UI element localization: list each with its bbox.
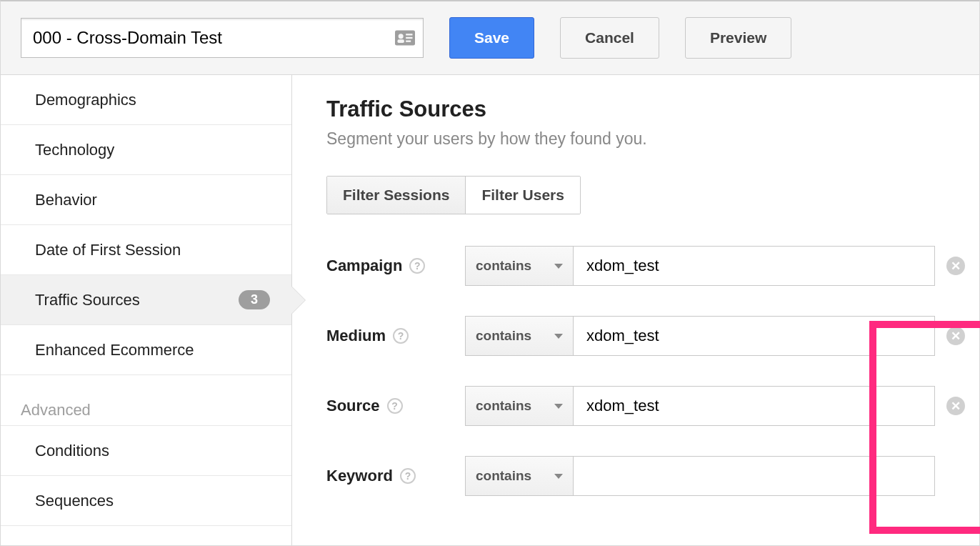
filter-value-keyword[interactable] <box>574 456 935 496</box>
svg-rect-4 <box>406 37 412 39</box>
svg-point-1 <box>399 34 404 39</box>
operator-select-source[interactable]: contains <box>465 386 574 426</box>
filter-value-campaign[interactable] <box>574 246 935 286</box>
filter-label: Campaign ? <box>326 257 465 275</box>
filter-row-keyword: Keyword ? contains <box>326 456 965 496</box>
help-icon[interactable]: ? <box>387 398 403 414</box>
panel-subtitle: Segment your users by how they found you… <box>326 129 965 149</box>
sidebar-item-behavior[interactable]: Behavior <box>1 175 291 225</box>
cancel-button[interactable]: Cancel <box>560 17 659 59</box>
sidebar-item-label: Sequences <box>35 492 114 510</box>
svg-rect-3 <box>406 34 412 35</box>
id-card-icon <box>395 30 415 46</box>
filter-label: Keyword ? <box>326 467 465 485</box>
sidebar-item-label: Traffic Sources <box>35 291 140 309</box>
save-button[interactable]: Save <box>449 17 534 59</box>
help-icon[interactable]: ? <box>409 258 425 274</box>
sidebar-item-label: Technology <box>35 141 114 159</box>
preview-button[interactable]: Preview <box>685 17 791 59</box>
help-icon[interactable]: ? <box>400 468 416 484</box>
filter-label: Medium ? <box>326 327 465 345</box>
filter-row-medium: Medium ? contains ✕ <box>326 316 965 356</box>
sidebar-item-label: Date of First Session <box>35 241 181 259</box>
filter-value-source[interactable] <box>574 386 935 426</box>
segment-builder: Save Cancel Preview Demographics Technol… <box>0 0 980 546</box>
main-panel: Traffic Sources Segment your users by ho… <box>292 75 980 545</box>
sidebar: Demographics Technology Behavior Date of… <box>1 75 292 545</box>
chevron-down-icon <box>554 404 563 409</box>
help-icon[interactable]: ? <box>393 328 409 344</box>
sidebar-item-label: Conditions <box>35 442 109 460</box>
segment-name-wrap <box>21 18 424 58</box>
sidebar-item-conditions[interactable]: Conditions <box>1 426 291 476</box>
filter-label: Source ? <box>326 397 465 415</box>
chevron-down-icon <box>554 264 563 269</box>
sidebar-item-sequences[interactable]: Sequences <box>1 476 291 526</box>
sidebar-item-label: Behavior <box>35 191 97 209</box>
clear-icon[interactable]: ✕ <box>946 397 965 415</box>
tab-filter-users[interactable]: Filter Users <box>466 177 580 214</box>
clear-icon[interactable]: ✕ <box>946 327 965 345</box>
operator-select-keyword[interactable]: contains <box>465 456 574 496</box>
sidebar-item-label: Demographics <box>35 91 136 109</box>
segment-name-input[interactable] <box>21 18 424 58</box>
filter-scope-tabs: Filter Sessions Filter Users <box>326 176 581 214</box>
operator-select-campaign[interactable]: contains <box>465 246 574 286</box>
chevron-down-icon <box>554 334 563 339</box>
body: Demographics Technology Behavior Date of… <box>1 75 979 545</box>
sidebar-item-badge: 3 <box>239 290 270 309</box>
filter-row-campaign: Campaign ? contains ✕ <box>326 246 965 286</box>
filter-value-medium[interactable] <box>574 316 935 356</box>
chevron-down-icon <box>554 474 563 479</box>
tab-filter-sessions[interactable]: Filter Sessions <box>327 177 466 214</box>
svg-rect-5 <box>406 41 411 42</box>
sidebar-item-first-session[interactable]: Date of First Session <box>1 225 291 275</box>
sidebar-item-technology[interactable]: Technology <box>1 125 291 175</box>
sidebar-item-enhanced-ecommerce[interactable]: Enhanced Ecommerce <box>1 325 291 375</box>
sidebar-item-demographics[interactable]: Demographics <box>1 75 291 125</box>
clear-icon[interactable]: ✕ <box>946 257 965 275</box>
sidebar-section-advanced: Advanced <box>1 375 291 426</box>
operator-select-medium[interactable]: contains <box>465 316 574 356</box>
panel-title: Traffic Sources <box>326 96 965 122</box>
filter-row-source: Source ? contains ✕ <box>326 386 965 426</box>
sidebar-item-label: Enhanced Ecommerce <box>35 341 194 359</box>
sidebar-item-traffic-sources[interactable]: Traffic Sources 3 <box>1 275 291 325</box>
svg-rect-2 <box>398 39 404 43</box>
topbar: Save Cancel Preview <box>1 1 979 75</box>
